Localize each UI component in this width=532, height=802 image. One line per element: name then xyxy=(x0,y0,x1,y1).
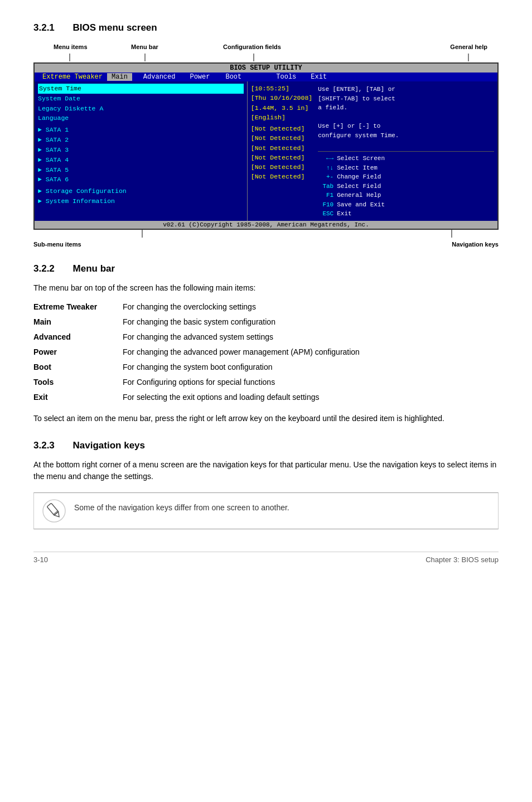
bios-help-nav-area: Use [ENTER], [TAB] or [SHIFT-TAB] to sel… xyxy=(318,84,494,219)
bios-diskette-row: Legacy Diskette A xyxy=(38,104,244,114)
bios-sata6-row: ► SATA 6 xyxy=(38,175,244,185)
bios-sata1-row: ► SATA 1 xyxy=(38,125,244,135)
bios-nav-row-tab: Tab Select Field xyxy=(318,182,494,191)
section-322-intro: The menu bar on top of the screen has th… xyxy=(33,282,499,294)
note-text: Some of the navigation keys differ from … xyxy=(74,502,289,514)
bios-title: BIOS SETUP UTILITY xyxy=(35,64,497,73)
svg-point-6 xyxy=(43,500,65,522)
menu-bar-item-name: Advanced xyxy=(33,330,123,345)
pencil-icon xyxy=(42,499,66,523)
section-322-closing: To select an item on the menu bar, press… xyxy=(33,413,499,424)
label-menu-items: Menu items xyxy=(54,44,88,50)
connector-lines xyxy=(33,54,499,62)
menu-bar-item-desc: For changing the advanced system setting… xyxy=(123,330,499,345)
bios-diagram: Menu items Menu bar Configuration fields… xyxy=(33,41,499,248)
menu-bar-item-desc: For changing the advanced power manageme… xyxy=(123,345,499,360)
menu-bar-row: Extreme TweakerFor changing the overcloc… xyxy=(33,299,499,315)
note-box: Some of the navigation keys differ from … xyxy=(33,492,499,529)
bios-body: System Time System Date Legacy Diskette … xyxy=(35,81,497,221)
bios-left-col: System Time System Date Legacy Diskette … xyxy=(35,81,248,221)
bios-menu-exit: Exit xyxy=(301,73,331,81)
footer-page-number: 3-10 xyxy=(33,555,48,564)
bios-nav-row-f1: F1 General Help xyxy=(318,191,494,200)
menu-bar-item-name: Extreme Tweaker xyxy=(33,299,123,315)
bios-right-col: [10:55:25] [Thu 10/16/2008] [1.44M, 3.5 … xyxy=(248,81,497,221)
bios-sata4-row: ► SATA 4 xyxy=(38,155,244,165)
label-config-fields: Configuration fields xyxy=(223,44,281,50)
menu-bar-row: AdvancedFor changing the advanced system… xyxy=(33,330,499,345)
menu-bar-item-desc: For changing the basic system configurat… xyxy=(123,315,499,330)
bios-help-text: Use [ENTER], [TAB] or [SHIFT-TAB] to sel… xyxy=(318,85,494,140)
menu-bar-table: Extreme TweakerFor changing the overcloc… xyxy=(33,299,499,405)
bios-nav-row-field: +- Change Field xyxy=(318,172,494,182)
bios-nav-row-f10: F10 Save and Exit xyxy=(318,200,494,210)
bios-menu-advanced: Advanced xyxy=(132,73,180,81)
menu-bar-item-desc: For Configuring options for special func… xyxy=(123,375,499,390)
label-general-help: General help xyxy=(450,44,487,50)
bios-sysdate-row: System Date xyxy=(38,94,244,104)
menu-bar-row: BootFor changing the system boot configu… xyxy=(33,360,499,375)
bios-storage-row: ► Storage Configuration xyxy=(38,186,244,196)
bios-language-row: Language xyxy=(38,113,244,123)
section-323-heading: 3.2.3 Navigation keys xyxy=(33,440,499,451)
menu-bar-row: ExitFor selecting the exit options and l… xyxy=(33,390,499,405)
bios-sata5-row: ► SATA 5 xyxy=(38,165,244,175)
bottom-labels: Sub-menu items Navigation keys xyxy=(33,241,499,248)
section-323-para1: At the bottom right corner of a menu scr… xyxy=(33,459,499,482)
menu-bar-row: PowerFor changing the advanced power man… xyxy=(33,345,499,360)
bios-menu-boot: Boot xyxy=(214,73,246,81)
menu-bar-row: MainFor changing the basic system config… xyxy=(33,315,499,330)
menu-bar-item-name: Tools xyxy=(33,375,123,390)
menu-bar-item-desc: For selecting the exit options and loadi… xyxy=(123,390,499,405)
menu-bar-item-name: Power xyxy=(33,345,123,360)
bios-config-area: [10:55:25] [Thu 10/16/2008] [1.44M, 3.5 … xyxy=(251,84,312,219)
bios-screen: BIOS SETUP UTILITY Extreme Tweaker Main … xyxy=(33,62,499,230)
menu-bar-item-name: Exit xyxy=(33,390,123,405)
bios-right-inner: [10:55:25] [Thu 10/16/2008] [1.44M, 3.5 … xyxy=(251,84,494,219)
footer-chapter: Chapter 3: BIOS setup xyxy=(425,555,499,564)
bios-menu-main: Main xyxy=(107,73,132,81)
bios-sysinfo-row: ► System Information xyxy=(38,196,244,206)
menu-bar-item-name: Main xyxy=(33,315,123,330)
menu-bar-item-desc: For changing the overclocking settings xyxy=(123,299,499,315)
menu-bar-item-desc: For changing the system boot configurati… xyxy=(123,360,499,375)
label-menu-bar: Menu bar xyxy=(131,44,158,50)
bios-nav-row-item: ↑↓ Select Item xyxy=(318,163,494,173)
bios-menu-power: Power xyxy=(180,73,214,81)
page-footer: 3-10 Chapter 3: BIOS setup xyxy=(33,552,499,564)
bios-menu-bar: Extreme Tweaker Main Advanced Power Boot… xyxy=(35,73,497,81)
bios-sata2-row: ► SATA 2 xyxy=(38,135,244,145)
bios-footer: v02.61 (C)Copyright 1985-2008, American … xyxy=(35,221,497,229)
note-icon xyxy=(42,499,66,523)
bios-sata3-row: ► SATA 3 xyxy=(38,145,244,155)
section-322: 3.2.2 Menu bar The menu bar on top of th… xyxy=(33,263,499,424)
bios-nav-area: ←→ Select Screen ↑↓ Select Item +- Chang… xyxy=(318,151,494,219)
section-323: 3.2.3 Navigation keys At the bottom righ… xyxy=(33,440,499,529)
bios-menu-extreme-tweaker: Extreme Tweaker xyxy=(38,73,107,81)
menu-bar-item-name: Boot xyxy=(33,360,123,375)
bios-systime-row: System Time xyxy=(38,84,244,94)
section-321-heading: 3.2.1 BIOS menu screen xyxy=(33,22,499,33)
bios-menu-tools: Tools xyxy=(246,73,301,81)
bios-nav-row-esc: ESC Exit xyxy=(318,209,494,219)
bios-nav-row-screen: ←→ Select Screen xyxy=(318,154,494,163)
menu-bar-row: ToolsFor Configuring options for special… xyxy=(33,375,499,390)
section-321: 3.2.1 BIOS menu screen Menu items Menu b… xyxy=(33,22,499,248)
section-322-heading: 3.2.2 Menu bar xyxy=(33,263,499,274)
label-nav-keys: Navigation keys xyxy=(452,241,499,248)
bottom-connector-lines xyxy=(33,230,499,239)
label-sub-menu: Sub-menu items xyxy=(33,241,81,248)
